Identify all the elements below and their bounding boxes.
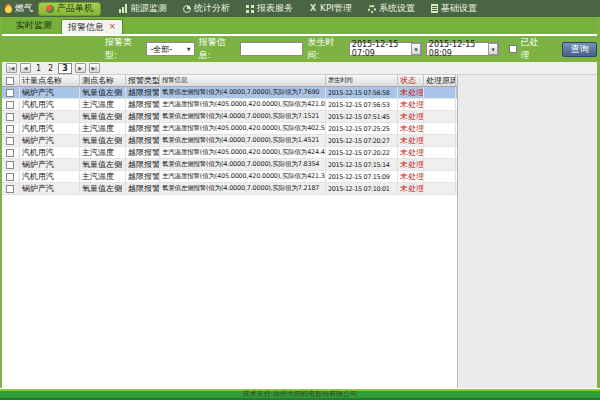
main-content: 计量点名称测点名称报警类型报警信息发生时间状态处理原因 锅炉产汽氧量值左侧越限报… xyxy=(2,75,597,388)
table-row[interactable]: 锅炉产汽氧量值左侧越限报警氧量值左侧报警(值为(4.0000,7.0000),实… xyxy=(2,111,457,123)
top-menubar: 燃气 产品单机 能源监测统计分析报表服务KPI管理系统设置基础设置 xyxy=(0,0,600,17)
table-row[interactable]: 锅炉产汽氧量值左侧越限报警氧量值左侧报警(值为(4.0000,7.0000),实… xyxy=(2,87,457,99)
menu-item-label: 基础设置 xyxy=(441,2,477,15)
cell-info: 氧量值左侧报警(值为(4.0000,7.0000),实际值为7.7690 xyxy=(160,87,326,98)
time-to-input[interactable]: 2015-12-15 08:09 ▼ xyxy=(426,42,499,56)
query-button[interactable]: 查询 xyxy=(562,42,597,57)
column-header-point[interactable]: 计量点名称 xyxy=(20,75,80,86)
content-frame: 实时监测 报警信息 × 报警类型: -全部- ▼ 报警信息: 发生时间: 201… xyxy=(0,17,600,388)
cell-type: 越限报警 xyxy=(126,99,160,110)
cell-time: 2015-12-15 07:20:22 xyxy=(326,147,398,158)
brand-label: 燃气 xyxy=(15,2,33,15)
handled-checkbox[interactable] xyxy=(509,45,517,53)
right-empty-panel xyxy=(458,75,597,388)
time-to-value: 2015-12-15 08:09 xyxy=(429,40,489,58)
cell-select xyxy=(2,147,20,158)
cell-info: 氧量值左侧报警(值为(4.0000,7.0000),实际值为7.8354 xyxy=(160,159,326,170)
menu-item-system-settings[interactable]: 系统设置 xyxy=(360,0,423,17)
cell-reason xyxy=(424,147,456,158)
cell-time: 2015-12-15 07:10:01 xyxy=(326,183,398,194)
cell-sensor: 氧量值左侧 xyxy=(80,135,126,146)
pager-last-button[interactable]: ▶| xyxy=(89,63,100,73)
cell-select xyxy=(2,123,20,134)
table-row[interactable]: 锅炉产汽氧量值左侧越限报警氧量值左侧报警(值为(4.0000,7.0000),实… xyxy=(2,159,457,171)
cell-type: 越限报警 xyxy=(126,159,160,170)
cell-info: 氧量值左侧报警(值为(4.0000,7.0000),实际值为1.4521 xyxy=(160,135,326,146)
row-checkbox[interactable] xyxy=(6,161,14,169)
row-checkbox[interactable] xyxy=(6,185,14,193)
row-checkbox[interactable] xyxy=(6,113,14,121)
cell-sensor: 主汽温度 xyxy=(80,99,126,110)
cell-sensor: 氧量值左侧 xyxy=(80,159,126,170)
menu-item-report-service[interactable]: 报表服务 xyxy=(238,0,301,17)
chevron-down-icon: ▼ xyxy=(187,46,191,52)
table-row[interactable]: 锅炉产汽氧量值左侧越限报警氧量值左侧报警(值为(4.0000,7.0000),实… xyxy=(2,183,457,195)
column-header-info[interactable]: 报警信息 xyxy=(160,75,326,86)
cell-time: 2015-12-15 07:15:09 xyxy=(326,171,398,182)
tab-realtime-monitoring[interactable]: 实时监测 xyxy=(7,17,61,34)
cell-type: 越限报警 xyxy=(126,171,160,182)
pagination-bar: |◀◀123▶▶| xyxy=(2,62,597,75)
cell-status: 未处理 xyxy=(398,183,424,194)
table-row[interactable]: 汽机用汽主汽温度越限报警主汽温度报警(值为(405.0000,420.0000)… xyxy=(2,171,457,183)
row-checkbox[interactable] xyxy=(6,137,14,145)
cell-type: 越限报警 xyxy=(126,135,160,146)
table-row[interactable]: 汽机用汽主汽温度越限报警主汽温度报警(值为(405.0000,420.0000)… xyxy=(2,99,457,111)
column-header-reason[interactable]: 处理原因 xyxy=(424,75,456,86)
cell-type: 越限报警 xyxy=(126,147,160,158)
row-checkbox[interactable] xyxy=(6,101,14,109)
close-icon[interactable]: × xyxy=(109,23,116,31)
row-checkbox[interactable] xyxy=(6,89,14,97)
column-header-time[interactable]: 发生时间 xyxy=(326,75,398,86)
cell-point: 锅炉产汽 xyxy=(20,87,80,98)
pager-page-2[interactable]: 2 xyxy=(46,64,55,73)
menu-item-kpi-management[interactable]: KPI管理 xyxy=(301,0,360,17)
cell-point: 锅炉产汽 xyxy=(20,111,80,122)
cell-sensor: 氧量值左侧 xyxy=(80,183,126,194)
grid-empty-area xyxy=(2,195,457,388)
pager-page-1[interactable]: 1 xyxy=(34,64,43,73)
product-selector[interactable]: 产品单机 xyxy=(38,2,101,16)
table-row[interactable]: 锅炉产汽氧量值左侧越限报警氧量值左侧报警(值为(4.0000,7.0000),实… xyxy=(2,135,457,147)
menu-item-statistics[interactable]: 统计分析 xyxy=(175,0,238,17)
column-header-status[interactable]: 状态 xyxy=(398,75,424,86)
cell-status: 未处理 xyxy=(398,171,424,182)
column-header-type[interactable]: 报警类型 xyxy=(126,75,160,86)
alarm-info-input[interactable] xyxy=(241,43,302,55)
menu-item-energy-monitoring[interactable]: 能源监测 xyxy=(111,0,175,17)
alarm-type-select[interactable]: -全部- ▼ xyxy=(146,42,194,56)
cell-reason xyxy=(424,99,456,110)
cell-reason xyxy=(424,171,456,182)
column-header-select[interactable] xyxy=(2,75,20,86)
cell-status: 未处理 xyxy=(398,123,424,134)
chevron-down-icon[interactable]: ▼ xyxy=(411,43,420,55)
menu-item-basic-settings[interactable]: 基础设置 xyxy=(423,0,485,17)
cell-select xyxy=(2,159,20,170)
cell-time: 2015-12-15 07:25:25 xyxy=(326,123,398,134)
flame-icon xyxy=(5,4,12,13)
cell-info: 主汽温度报警(值为(405.0000,420.0000),实际值为421.362… xyxy=(160,171,326,182)
select-all-checkbox[interactable] xyxy=(6,77,14,85)
row-checkbox[interactable] xyxy=(6,173,14,181)
alarm-grid: 计量点名称测点名称报警类型报警信息发生时间状态处理原因 锅炉产汽氧量值左侧越限报… xyxy=(2,75,458,388)
column-header-sensor[interactable]: 测点名称 xyxy=(80,75,126,86)
pager-page-3[interactable]: 3 xyxy=(58,63,72,74)
pager-first-button[interactable]: |◀ xyxy=(6,63,17,73)
cell-sensor: 氧量值左侧 xyxy=(80,87,126,98)
table-row[interactable]: 汽机用汽主汽温度越限报警主汽温度报警(值为(405.0000,420.0000)… xyxy=(2,147,457,159)
pager-next-button[interactable]: ▶ xyxy=(75,63,86,73)
chevron-down-icon[interactable]: ▼ xyxy=(488,43,497,55)
alarm-info-label: 报警信息: xyxy=(199,36,236,62)
table-row[interactable]: 汽机用汽主汽温度越限报警主汽温度报警(值为(405.0000,420.0000)… xyxy=(2,123,457,135)
grid-header-row: 计量点名称测点名称报警类型报警信息发生时间状态处理原因 xyxy=(2,75,457,87)
pager-prev-button[interactable]: ◀ xyxy=(20,63,31,73)
row-checkbox[interactable] xyxy=(6,149,14,157)
product-label: 产品单机 xyxy=(57,2,93,15)
gear-icon xyxy=(368,5,376,13)
menu-item-label: 统计分析 xyxy=(194,2,230,15)
row-checkbox[interactable] xyxy=(6,125,14,133)
time-from-input[interactable]: 2015-12-15 07:09 ▼ xyxy=(349,42,422,56)
app-brand: 燃气 xyxy=(3,2,38,15)
tab-label: 实时监测 xyxy=(16,20,52,30)
tab-alarm-info[interactable]: 报警信息 × xyxy=(61,19,123,34)
